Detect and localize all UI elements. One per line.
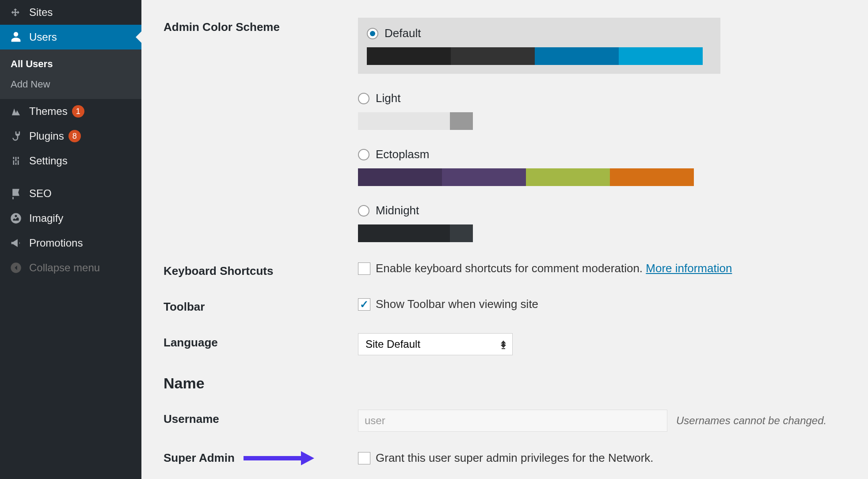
admin-sidebar: Sites Users All Users Add New Themes 1 P… — [0, 0, 141, 479]
sidebar-collapse[interactable]: Collapse menu — [0, 255, 141, 280]
section-name: Name — [164, 375, 846, 392]
row-super-admin: Super Admin Grant this user super admin … — [164, 451, 846, 465]
color-option-default[interactable]: Default — [358, 18, 720, 74]
checkbox-keyboard-shortcuts[interactable] — [358, 262, 370, 275]
submenu-all-users[interactable]: All Users — [0, 54, 141, 74]
link-more-info[interactable]: More information — [646, 262, 732, 275]
sidebar-item-label: Plugins — [29, 130, 64, 142]
imagify-icon — [9, 213, 23, 224]
row-username: Username user Usernames cannot be change… — [164, 410, 846, 432]
sidebar-item-label: Promotions — [29, 237, 83, 249]
collapse-icon — [9, 262, 23, 274]
sidebar-item-promotions[interactable]: Promotions — [0, 231, 141, 255]
sidebar-item-label: Imagify — [29, 212, 63, 224]
color-name: Light — [376, 91, 400, 105]
sidebar-item-plugins[interactable]: Plugins 8 — [0, 124, 141, 148]
swatches-light — [358, 112, 473, 130]
label-super-admin: Super Admin — [164, 451, 358, 465]
sidebar-item-imagify[interactable]: Imagify — [0, 206, 141, 231]
sidebar-item-users[interactable]: Users — [0, 25, 141, 49]
sidebar-item-label: Sites — [29, 6, 53, 19]
themes-icon — [9, 106, 23, 117]
swatches-midnight — [358, 224, 473, 242]
sidebar-item-sites[interactable]: Sites — [0, 0, 141, 25]
checkbox-super-admin[interactable] — [358, 452, 370, 464]
username-desc: Usernames cannot be changed. — [676, 414, 826, 427]
sidebar-item-label: Collapse menu — [29, 262, 100, 274]
plugins-icon — [9, 130, 23, 142]
seo-icon — [9, 188, 23, 199]
select-value: Site Default — [365, 338, 420, 350]
row-language: Language Site Default — [164, 333, 846, 355]
main-content: Admin Color Scheme Default Light — [141, 0, 868, 479]
plugins-badge: 8 — [69, 130, 81, 142]
color-name: Default — [385, 27, 421, 40]
radio-default[interactable] — [367, 28, 378, 39]
label-toolbar: Toolbar — [164, 297, 358, 314]
sidebar-item-themes[interactable]: Themes 1 — [0, 99, 141, 124]
label-language: Language — [164, 333, 358, 350]
radio-light[interactable] — [358, 93, 369, 104]
submenu-add-new[interactable]: Add New — [0, 74, 141, 95]
swatches-ectoplasm — [358, 168, 694, 186]
row-keyboard-shortcuts: Keyboard Shortcuts Enable keyboard short… — [164, 262, 846, 278]
color-name: Ectoplasm — [376, 148, 429, 161]
sidebar-item-label: Settings — [29, 155, 68, 167]
row-admin-color-scheme: Admin Color Scheme Default Light — [164, 18, 846, 242]
color-scheme-options: Default Light — [358, 18, 846, 242]
label-username: Username — [164, 410, 358, 426]
select-language[interactable]: Site Default — [358, 333, 513, 355]
label-keyboard-shortcuts: Keyboard Shortcuts — [164, 262, 358, 278]
sites-icon — [9, 7, 23, 18]
users-submenu: All Users Add New — [0, 49, 141, 99]
color-option-ectoplasm[interactable]: Ectoplasm — [358, 148, 720, 186]
sidebar-item-label: Users — [29, 31, 57, 43]
row-toolbar: Toolbar Show Toolbar when viewing site — [164, 297, 846, 314]
settings-icon — [9, 155, 23, 167]
sidebar-item-label: Themes — [29, 105, 68, 118]
label-admin-color-scheme: Admin Color Scheme — [164, 18, 358, 34]
color-option-midnight[interactable]: Midnight — [358, 204, 473, 242]
select-arrows-icon — [501, 341, 506, 348]
color-name: Midnight — [376, 204, 419, 217]
sidebar-item-seo[interactable]: SEO — [0, 181, 141, 206]
promotions-icon — [9, 237, 23, 249]
arrow-annotation-icon — [244, 452, 314, 465]
checkbox-label-keyboard: Enable keyboard shortcuts for comment mo… — [376, 262, 643, 275]
color-option-light[interactable]: Light — [358, 91, 473, 130]
swatches-default — [367, 47, 703, 65]
radio-midnight[interactable] — [358, 205, 369, 217]
themes-badge: 1 — [72, 105, 84, 118]
checkbox-label-super-admin: Grant this user super admin privileges f… — [376, 451, 654, 465]
input-username: user — [358, 410, 667, 432]
radio-ectoplasm[interactable] — [358, 149, 369, 160]
sidebar-item-settings[interactable]: Settings — [0, 148, 141, 173]
checkbox-toolbar[interactable] — [358, 298, 370, 311]
checkbox-label-toolbar: Show Toolbar when viewing site — [376, 297, 538, 311]
users-icon — [9, 31, 23, 43]
sidebar-item-label: SEO — [29, 187, 52, 200]
